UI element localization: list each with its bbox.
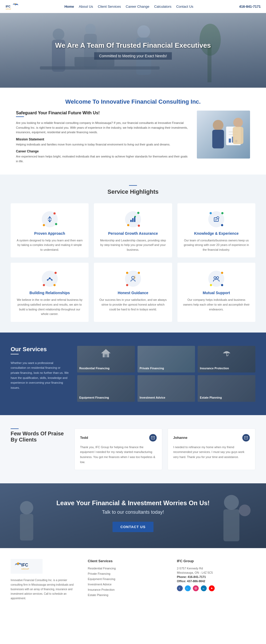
proven-approach-icon — [42, 211, 58, 227]
cta-subheading: Talk to our consultants today! — [11, 509, 255, 515]
footer-office-number: 437-886-9842 — [187, 580, 205, 583]
logo-icon: IFC GROUP — [5, 2, 19, 11]
svg-point-55 — [196, 588, 196, 589]
social-linkedin[interactable]: in — [201, 585, 207, 591]
svg-point-36 — [214, 277, 216, 279]
social-instagram[interactable] — [193, 585, 199, 591]
footer-cs-links: Residential Financing Private Financing … — [88, 567, 166, 597]
cta-background — [0, 483, 266, 548]
navbar: IFC GROUP Home About Us Client Services … — [0, 0, 266, 13]
footer-phone: Phone: 416-841-7171 — [177, 575, 255, 578]
footer-office-label: Office: — [177, 580, 186, 583]
footer-address-1: 2-5757 Kennedy Rd — [177, 567, 255, 570]
footer-cs-link-1[interactable]: Private Financing — [88, 572, 166, 575]
testimonials-cards: Tedd Thank you, IFC Group for helping me… — [74, 428, 255, 470]
footer: IFC GROUP Innovative Financial Consultin… — [0, 548, 266, 611]
service-tile-insurance[interactable]: Insurance Protection — [198, 346, 255, 372]
testimonial-email-icon-0 — [149, 434, 157, 442]
service-label-4: Investment Advice — [140, 396, 165, 399]
card-1-desc: A system designed to help you learn and … — [16, 238, 83, 252]
service-label-5: Estate Planning — [200, 396, 222, 399]
nav-career-change[interactable]: Career Change — [126, 5, 149, 9]
welcome-content: Safeguard Your Financial Future With Us!… — [16, 111, 250, 167]
svg-text:IFC: IFC — [21, 563, 28, 567]
svg-point-34 — [49, 277, 51, 279]
service-label-2: Insurance Protection — [200, 366, 229, 370]
svg-point-51 — [17, 562, 19, 565]
svg-text:t: t — [187, 588, 188, 590]
testimonial-card-0: Tedd Thank you, IFC Group for helping me… — [74, 428, 162, 470]
services-description: Whether you want a professional consulta… — [11, 361, 69, 390]
section-title-wrapper: Service Highlights — [11, 185, 255, 195]
testimonial-text-0: Thank you, IFC Group for helping me fina… — [80, 445, 157, 465]
services-grid: Residential Financing Private Financing … — [77, 346, 255, 402]
footer-cs-link-3[interactable]: Investment Advice — [88, 583, 166, 586]
service-label-3: Equipment Financing — [79, 396, 109, 399]
highlight-card-guidance: Honest Guidance Our success lies in your… — [94, 263, 172, 322]
card-1-title: Proven Approach — [16, 231, 83, 236]
svg-marker-38 — [101, 349, 111, 353]
footer-ifc-group: IFC Group 2-5757 Kennedy Rd Mississauga,… — [177, 559, 255, 601]
service-tile-estate[interactable]: Estate Planning — [198, 375, 255, 402]
hero-title: We Are A Team Of Trusted Financial Execu… — [55, 41, 211, 50]
svg-rect-21 — [229, 139, 231, 143]
service-tile-equipment[interactable]: Equipment Financing — [77, 375, 135, 402]
services-heading: Our Services — [11, 346, 69, 357]
footer-cs-heading: Client Services — [88, 559, 166, 563]
testimonials-left: Few Words Of Praise By Clients — [11, 428, 64, 448]
cta-section: Leave Your Financial & Investment Worrie… — [0, 483, 266, 548]
testimonial-name-1: Johanne — [173, 436, 187, 440]
svg-point-33 — [51, 279, 53, 281]
testimonial-header-0: Tedd — [80, 434, 157, 442]
our-services-section: Our Services Whether you want a professi… — [0, 333, 266, 415]
footer-cs-link-2[interactable]: Equipment Financing — [88, 577, 166, 581]
social-facebook[interactable]: f — [177, 585, 183, 591]
social-youtube[interactable] — [209, 585, 215, 591]
service-tile-private[interactable]: Private Financing — [138, 346, 195, 372]
hero-overlay: We Are A Team Of Trusted Financial Execu… — [55, 41, 211, 60]
footer-logo: IFC GROUP — [11, 559, 77, 575]
nav-about-us[interactable]: About Us — [79, 5, 93, 9]
service-tile-residential[interactable]: Residential Financing — [77, 346, 135, 372]
footer-cs-link-4[interactable]: Insurance Protection — [88, 588, 166, 591]
card-2-desc: Mentorship and Leadership classes, provi… — [99, 238, 167, 252]
testimonial-card-1: Johanne I needed to refinance my home wh… — [168, 428, 255, 470]
svg-rect-17 — [212, 130, 224, 148]
mission-text: Helping individuals and families move fr… — [16, 142, 189, 147]
social-twitter[interactable]: t — [185, 585, 191, 591]
footer-phone-number: 416-841-7171 — [188, 575, 206, 578]
nav-client-services[interactable]: Client Services — [98, 5, 121, 9]
svg-text:GROUP: GROUP — [21, 568, 29, 570]
welcome-illustration — [197, 111, 250, 159]
svg-point-32 — [47, 279, 48, 281]
nav-calculators[interactable]: Calculators — [154, 5, 171, 9]
service-highlights-heading: Service Highlights — [11, 188, 255, 195]
service-label-1: Private Financing — [140, 366, 164, 370]
service-label-0: Residential Financing — [79, 366, 110, 370]
logo: IFC GROUP — [5, 2, 19, 11]
footer-cs-link-5[interactable]: Estate Planning — [88, 593, 166, 597]
svg-text:in: in — [203, 588, 204, 590]
card-6-title: Mutual Support — [183, 291, 250, 295]
testimonial-header-1: Johanne — [173, 434, 250, 442]
nav-home[interactable]: Home — [64, 5, 74, 9]
service-tile-investment[interactable]: Investment Advice — [138, 375, 195, 402]
svg-point-37 — [217, 277, 219, 279]
svg-text:IFC: IFC — [6, 5, 10, 8]
svg-point-29 — [134, 216, 136, 217]
card-3-desc: Our team of consultants/business owners … — [183, 238, 250, 252]
footer-logo-icon: IFC GROUP — [11, 559, 43, 574]
welcome-section: Welcome To Innovative Financial Consulti… — [0, 88, 266, 175]
footer-client-services: Client Services Residential Financing Pr… — [88, 559, 166, 601]
hero-subtitle: Committed to Meeting your Exact Needs! — [94, 52, 172, 60]
footer-cs-link-0[interactable]: Residential Financing — [88, 567, 166, 570]
svg-point-24 — [233, 118, 243, 127]
testimonial-name-0: Tedd — [80, 436, 88, 440]
nav-contact-us[interactable]: Contact Us — [176, 5, 193, 9]
testimonial-email-icon-1 — [242, 434, 250, 442]
knowledge-icon — [208, 211, 224, 227]
cta-contact-button[interactable]: CONTACT US — [113, 522, 153, 532]
testimonials-section: Few Words Of Praise By Clients Tedd Than… — [0, 415, 266, 484]
personal-growth-icon — [125, 211, 141, 227]
career-label: Career Change — [16, 149, 189, 153]
